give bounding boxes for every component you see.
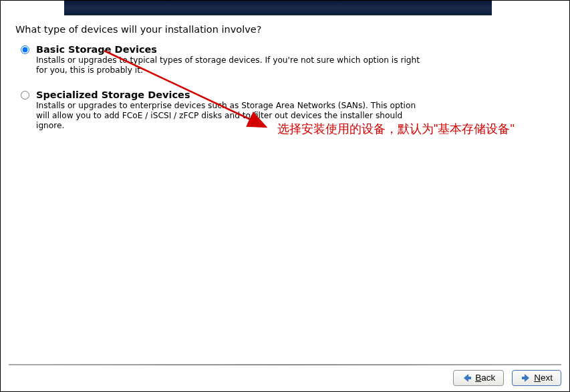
option-specialized-title: Specialized Storage Devices	[36, 89, 555, 100]
svg-rect-3	[467, 377, 471, 379]
option-basic-title: Basic Storage Devices	[36, 44, 555, 55]
question-label: What type of devices will your installat…	[15, 24, 555, 35]
next-label: Next	[534, 373, 553, 383]
device-options: Basic Storage Devices Installs or upgrad…	[15, 44, 555, 131]
arrow-left-icon	[462, 373, 472, 383]
footer-bar: Back Next	[9, 365, 561, 386]
header-banner	[64, 1, 492, 15]
next-button[interactable]: Next	[512, 370, 561, 386]
arrow-right-icon	[521, 373, 531, 383]
svg-marker-5	[525, 374, 529, 382]
option-basic-storage[interactable]: Basic Storage Devices Installs or upgrad…	[21, 44, 555, 76]
option-basic-desc: Installs or upgrades to typical types of…	[36, 55, 430, 76]
option-basic-content: Basic Storage Devices Installs or upgrad…	[36, 44, 555, 76]
back-label: Back	[475, 373, 495, 383]
back-button[interactable]: Back	[453, 370, 504, 386]
radio-basic-storage[interactable]	[21, 45, 29, 54]
annotation-text: 选择安装使用的设备，默认为"基本存储设备"	[277, 121, 515, 137]
installer-window: What type of devices will your installat…	[0, 0, 570, 392]
radio-specialized-storage[interactable]	[21, 91, 29, 100]
